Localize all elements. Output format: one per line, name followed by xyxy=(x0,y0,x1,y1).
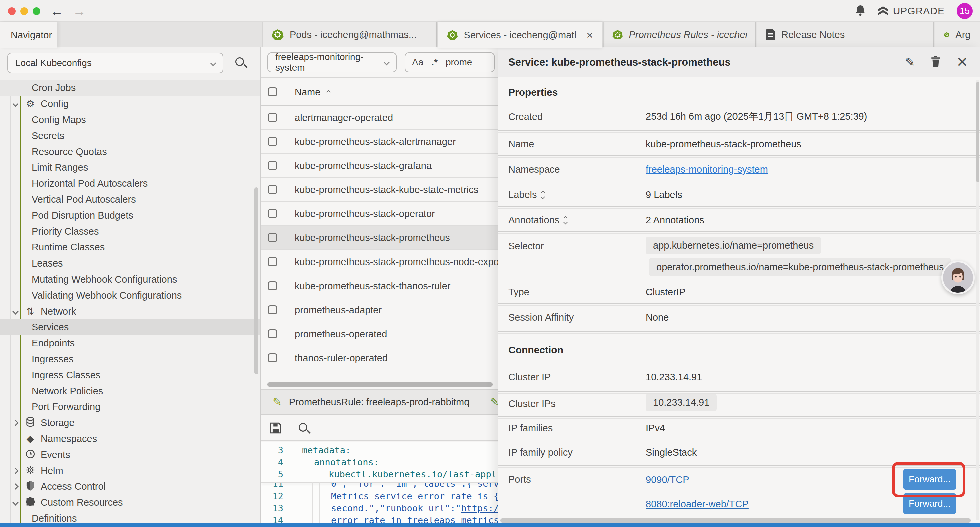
tab-services-active[interactable]: Services - icecheng@math... × xyxy=(438,22,602,48)
row-checkbox[interactable] xyxy=(268,137,277,146)
sidebar-item-leases[interactable]: Leases xyxy=(0,255,260,272)
port-link[interactable]: 9090/TCP xyxy=(646,474,689,485)
sidebar-item-vertical-pod-autoscalers[interactable]: Vertical Pod Autoscalers xyxy=(0,192,260,208)
upgrade-button[interactable]: UPGRADE xyxy=(878,5,945,17)
sidebar-item-port-forwarding[interactable]: Port Forwarding xyxy=(0,399,260,415)
sidebar-scrollbar[interactable] xyxy=(254,188,258,374)
row-checkbox[interactable] xyxy=(268,281,277,290)
back-arrow-icon[interactable]: ← xyxy=(50,4,64,19)
service-row[interactable]: kube-prometheus-stack-prometheus-node-ex… xyxy=(261,250,498,274)
chevron-right-icon[interactable] xyxy=(12,468,18,474)
sidebar-group-config[interactable]: ⚙ Config xyxy=(0,96,260,112)
row-checkbox[interactable] xyxy=(268,209,277,218)
sidebar-item-namespaces[interactable]: ◆ Namespaces xyxy=(0,431,260,447)
sidebar-item-ingresses[interactable]: Ingresses xyxy=(0,351,260,367)
sidebar-item-endpoints[interactable]: Endpoints xyxy=(0,335,260,351)
tab-prometheus-rules[interactable]: Prometheus Rules - icecheng... xyxy=(603,22,756,47)
sidebar-item-ingress-classes[interactable]: Ingress Classes xyxy=(0,367,260,383)
notification-count-badge[interactable]: 15 xyxy=(957,3,973,19)
sidebar-group-network[interactable]: ⇅ Network xyxy=(0,303,260,319)
namespace-link[interactable]: freeleaps-monitoring-system xyxy=(646,164,768,175)
port-link[interactable]: 8080:reloader-web/TCP xyxy=(646,498,749,509)
minimize-window-button[interactable] xyxy=(20,7,28,15)
sidebar-search-icon[interactable] xyxy=(235,57,244,66)
service-row[interactable]: thanos-ruler-operated xyxy=(261,346,498,370)
row-checkbox[interactable] xyxy=(268,161,277,170)
tab-release-notes[interactable]: Release Notes xyxy=(757,22,934,47)
close-window-button[interactable] xyxy=(8,7,16,15)
search-input[interactable] xyxy=(445,57,489,68)
service-row-selected[interactable]: kube-prometheus-stack-prometheus xyxy=(261,226,498,250)
sidebar-item-network-policies[interactable]: Network Policies xyxy=(0,383,260,399)
row-checkbox[interactable] xyxy=(268,305,277,314)
regex-toggle[interactable]: .* xyxy=(431,57,438,68)
sidebar-item-priority-classes[interactable]: Priority Classes xyxy=(0,223,260,239)
service-row[interactable]: kube-prometheus-stack-operator xyxy=(261,202,498,226)
chevron-down-icon[interactable] xyxy=(12,308,18,314)
navigator-panel-tab[interactable]: Navigator xyxy=(0,22,57,48)
bell-icon[interactable] xyxy=(855,5,865,18)
namespace-selector[interactable]: freeleaps-monitoring-system xyxy=(267,53,396,72)
maximize-window-button[interactable] xyxy=(33,7,40,15)
tab-argo[interactable]: Argo Se xyxy=(935,22,980,47)
expand-collapse-icon[interactable] xyxy=(564,217,567,224)
delete-trash-icon[interactable] xyxy=(931,56,940,69)
sidebar-item-events[interactable]: Events xyxy=(0,447,260,463)
cluster-ip-chip[interactable]: 10.233.14.91 xyxy=(646,393,717,411)
editor-tab-prometheusrule[interactable]: ✎ PrometheusRule: freeleaps-prod-rabbitm… xyxy=(261,390,485,414)
detail-horizontal-scrollbar[interactable] xyxy=(500,518,970,523)
sidebar-item-cron-jobs[interactable]: Cron Jobs xyxy=(0,80,260,96)
row-value[interactable]: 2 Annotations xyxy=(646,215,705,226)
sidebar-item-validating-webhook-configurations[interactable]: Validating Webhook Configurations xyxy=(0,287,260,303)
save-icon[interactable] xyxy=(270,422,281,435)
editor-tab-partial[interactable]: ✎ xyxy=(486,390,498,414)
row-checkbox[interactable] xyxy=(268,329,277,338)
sort-ascending-icon[interactable] xyxy=(326,90,331,94)
sidebar-group-storage[interactable]: Storage xyxy=(0,415,260,431)
sidebar-item-resource-quotas[interactable]: Resource Quotas xyxy=(0,144,260,160)
service-row[interactable]: kube-prometheus-stack-alertmanager xyxy=(261,130,498,154)
sidebar-item-mutating-webhook-configurations[interactable]: Mutating Webhook Configurations xyxy=(0,272,260,288)
expand-collapse-icon[interactable] xyxy=(541,191,544,199)
sidebar-item-secrets[interactable]: Secrets xyxy=(0,128,260,144)
chevron-down-icon[interactable] xyxy=(12,101,18,107)
code-link[interactable]: https://net xyxy=(461,503,498,513)
user-avatar[interactable] xyxy=(941,261,975,294)
service-row[interactable]: kube-prometheus-stack-thanos-ruler xyxy=(261,274,498,298)
selector-chip[interactable]: app.kubernetes.io/name=prometheus xyxy=(646,237,821,255)
forward-arrow-icon[interactable]: → xyxy=(73,4,86,19)
chevron-down-icon[interactable] xyxy=(12,499,18,505)
chevron-right-icon[interactable] xyxy=(12,420,18,426)
select-all-checkbox[interactable] xyxy=(268,88,277,96)
sidebar-item-config-maps[interactable]: Config Maps xyxy=(0,112,260,128)
close-icon[interactable]: ✕ xyxy=(956,56,968,69)
horizontal-scrollbar[interactable] xyxy=(267,382,493,387)
edit-pencil-icon[interactable]: ✎ xyxy=(905,56,915,69)
service-row[interactable]: kube-prometheus-stack-kube-state-metrics xyxy=(261,178,498,202)
sidebar-group-access-control[interactable]: Access Control xyxy=(0,479,260,495)
sidebar-item-services[interactable]: Services xyxy=(0,319,260,335)
tab-pods[interactable]: Pods - icecheng@mathmas... xyxy=(262,22,437,47)
row-checkbox[interactable] xyxy=(268,257,277,266)
sidebar-group-helm[interactable]: Helm xyxy=(0,463,260,479)
row-checkbox[interactable] xyxy=(268,185,277,194)
kubeconfig-selector[interactable]: Local Kubeconfigs xyxy=(7,53,223,73)
row-value[interactable]: 9 Labels xyxy=(646,189,682,201)
row-checkbox[interactable] xyxy=(268,233,277,242)
row-checkbox[interactable] xyxy=(268,113,277,122)
row-checkbox[interactable] xyxy=(268,353,277,362)
editor-search-icon[interactable] xyxy=(299,423,307,431)
yaml-editor[interactable]: 3metadata: 4annotations: 5kubectl.kubern… xyxy=(261,442,498,527)
name-column-header[interactable]: Name xyxy=(294,87,320,98)
sidebar-item-runtime-classes[interactable]: Runtime Classes xyxy=(0,239,260,255)
tab-close-icon[interactable]: × xyxy=(586,29,593,41)
scrollbar-thumb[interactable] xyxy=(976,82,979,182)
sidebar-group-custom-resources[interactable]: Custom Resources xyxy=(0,495,260,511)
service-row[interactable]: prometheus-adapter xyxy=(261,298,498,322)
service-row[interactable]: kube-prometheus-stack-grafana xyxy=(261,154,498,178)
sidebar-item-pod-disruption-budgets[interactable]: Pod Disruption Budgets xyxy=(0,207,260,223)
sidebar-item-limit-ranges[interactable]: Limit Ranges xyxy=(0,160,260,176)
sidebar-item-horizontal-pod-autoscalers[interactable]: Horizontal Pod Autoscalers xyxy=(0,176,260,192)
service-row[interactable]: prometheus-operated xyxy=(261,322,498,346)
list-search-box[interactable]: Aa .* xyxy=(405,53,495,72)
